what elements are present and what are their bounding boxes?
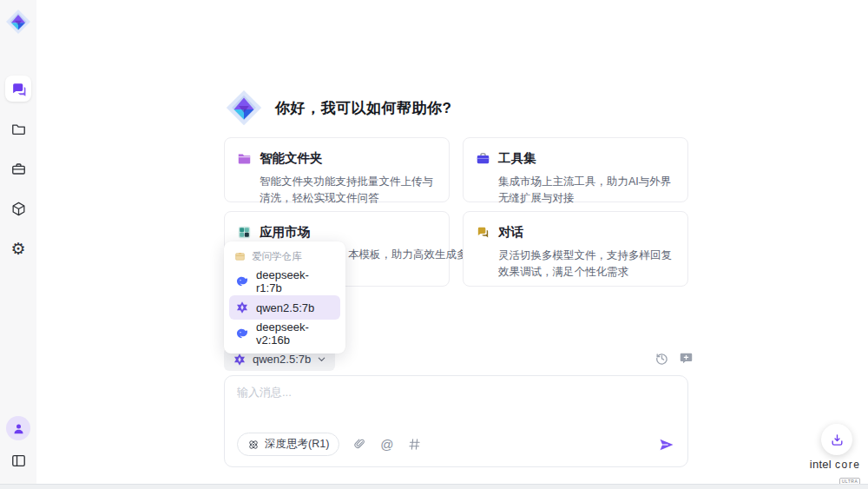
at-icon: @ bbox=[380, 438, 393, 451]
card-description-fragment: 本模板，助力高效生成多 bbox=[348, 248, 468, 262]
app-market-icon bbox=[237, 225, 252, 240]
send-icon bbox=[658, 436, 675, 453]
card-conversation[interactable]: 对话 灵活切换多模型文件，支持多样回复效果调试，满足个性化需求 bbox=[463, 211, 688, 287]
message-input[interactable] bbox=[237, 385, 675, 426]
sidebar-item-models[interactable] bbox=[5, 195, 31, 221]
history-button[interactable] bbox=[654, 350, 669, 366]
model-dropdown: 爱问学仓库 deepseek-r1:7b qwen2.5:7b deepseek… bbox=[224, 241, 345, 354]
model-option-deepseek-v2[interactable]: deepseek-v2:16b bbox=[229, 321, 340, 346]
sidebar-item-chat[interactable] bbox=[5, 76, 31, 102]
deep-think-label: 深度思考(R1) bbox=[265, 437, 329, 452]
sidebar-item-toolbox[interactable] bbox=[5, 155, 31, 182]
prompt-library-button[interactable] bbox=[408, 438, 421, 451]
composer-toolbar: 深度思考(R1) @ bbox=[237, 433, 675, 456]
card-description: 灵活切换多模型文件，支持多样回复效果调试，满足个性化需求 bbox=[498, 248, 675, 281]
user-avatar[interactable] bbox=[6, 416, 30, 440]
core-wordmark: core bbox=[835, 459, 860, 471]
card-toolset[interactable]: 工具集 集成市场上主流工具，助力AI与外界无缝扩展与对接 bbox=[463, 137, 688, 202]
mention-button[interactable]: @ bbox=[380, 438, 393, 451]
repository-icon bbox=[234, 251, 246, 262]
card-smart-folder[interactable]: 智能文件夹 智能文件夹功能支持批量文件上传与清洗，轻松实现文件问答 bbox=[224, 137, 450, 202]
repository-label: 爱问学仓库 bbox=[252, 250, 302, 263]
toolset-icon bbox=[476, 151, 490, 166]
intel-wordmark: intel bbox=[810, 458, 832, 471]
folder-icon bbox=[10, 121, 27, 137]
model-option-deepseek-r1[interactable]: deepseek-r1:7b bbox=[229, 269, 340, 294]
person-icon bbox=[12, 422, 25, 435]
sidebar-item-folders[interactable] bbox=[5, 116, 31, 142]
model-option-qwen[interactable]: qwen2.5:7b bbox=[229, 295, 340, 320]
paperclip-icon bbox=[353, 438, 366, 451]
hash-grid-icon bbox=[408, 438, 421, 451]
qwen-icon bbox=[235, 301, 249, 314]
assistant-logo-icon bbox=[224, 88, 264, 128]
window-bottom-edge bbox=[0, 484, 868, 489]
conversation-icon bbox=[476, 225, 490, 240]
new-chat-button[interactable] bbox=[678, 350, 694, 366]
model-option-label: deepseek-v2:16b bbox=[256, 320, 334, 347]
card-description: 智能文件夹功能支持批量文件上传与清洗，轻松实现文件问答 bbox=[260, 174, 437, 208]
card-description: 集成市场上主流工具，助力AI与外界无缝扩展与对接 bbox=[498, 174, 675, 208]
intel-core-logo: intel core ultra bbox=[808, 458, 862, 486]
cube-icon bbox=[10, 201, 27, 217]
greeting-title: 你好，我可以如何帮助你? bbox=[275, 98, 451, 118]
composer: 深度思考(R1) @ bbox=[224, 375, 688, 467]
app-logo-icon bbox=[4, 8, 32, 36]
card-title: 智能文件夹 bbox=[260, 150, 323, 167]
download-fab[interactable] bbox=[821, 424, 852, 455]
history-icon bbox=[654, 351, 669, 366]
chat-icon bbox=[10, 81, 27, 97]
sidebar: ⚙ bbox=[0, 0, 36, 484]
briefcase-icon bbox=[10, 161, 27, 177]
smart-folder-icon bbox=[237, 151, 252, 166]
attach-file-button[interactable] bbox=[353, 438, 366, 451]
gear-icon: ⚙ bbox=[10, 241, 25, 257]
chevron-down-icon bbox=[317, 354, 326, 364]
model-dropdown-header: 爱问学仓库 bbox=[229, 248, 340, 269]
download-icon bbox=[830, 433, 845, 447]
chat-actions bbox=[654, 350, 694, 366]
new-chat-icon bbox=[679, 351, 694, 366]
sidebar-item-settings[interactable]: ⚙ bbox=[5, 235, 31, 261]
panel-icon bbox=[10, 453, 27, 469]
atom-icon bbox=[247, 439, 260, 451]
deepseek-icon bbox=[235, 327, 249, 340]
qwen-icon bbox=[233, 353, 247, 367]
model-selector-label: qwen2.5:7b bbox=[253, 353, 311, 366]
card-title: 对话 bbox=[498, 224, 523, 241]
model-option-label: qwen2.5:7b bbox=[256, 301, 314, 314]
greeting: 你好，我可以如何帮助你? bbox=[224, 88, 451, 128]
model-option-label: deepseek-r1:7b bbox=[256, 268, 334, 294]
deep-think-toggle[interactable]: 深度思考(R1) bbox=[237, 433, 339, 456]
collapse-panel-button[interactable] bbox=[5, 447, 31, 473]
card-title: 工具集 bbox=[498, 150, 536, 167]
app-window: ⚙ 你好，我可以如何帮助你? bbox=[0, 0, 868, 489]
card-title: 应用市场 bbox=[260, 224, 310, 241]
send-button[interactable] bbox=[658, 436, 675, 453]
deepseek-icon bbox=[235, 274, 249, 288]
